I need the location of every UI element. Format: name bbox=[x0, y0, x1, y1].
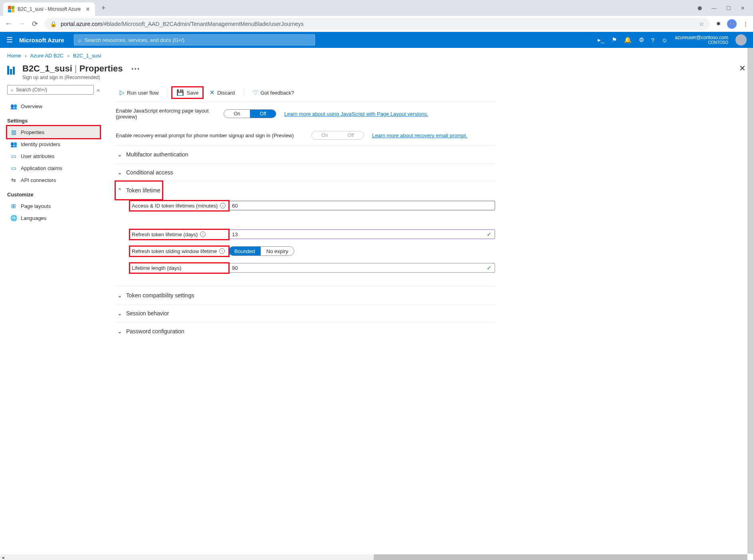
sidebar-item-identity-providers[interactable]: 👥 Identity providers bbox=[7, 138, 100, 150]
js-toggle-on[interactable]: On bbox=[224, 110, 250, 118]
refresh-token-input[interactable]: 13 ✓ bbox=[228, 230, 495, 239]
help-icon[interactable]: ? bbox=[651, 37, 654, 44]
close-window-icon[interactable]: ✕ bbox=[741, 5, 745, 11]
browser-tab[interactable]: B2C_1_susi - Microsoft Azure ✕ bbox=[3, 2, 95, 16]
avatar[interactable] bbox=[735, 34, 747, 46]
toolbar: ▷ Run user flow 💾 Save ✕ Discard ♡ Got f… bbox=[116, 85, 495, 102]
star-icon[interactable]: ☆ bbox=[699, 21, 704, 27]
field-sliding-window: Refresh token sliding window lifetime i … bbox=[130, 246, 495, 256]
chevron-down-icon: ⌄ bbox=[117, 292, 122, 299]
js-label: Enable JavaScript enforcing page layout … bbox=[116, 108, 216, 120]
recovery-toggle: On Off bbox=[311, 131, 364, 140]
collapse-sidebar-icon[interactable]: « bbox=[97, 87, 100, 93]
search-icon: ⌕ bbox=[11, 87, 14, 93]
discard-button[interactable]: ✕ Discard bbox=[206, 87, 239, 98]
info-icon[interactable]: i bbox=[200, 232, 206, 237]
js-toggle-off[interactable]: Off bbox=[250, 110, 276, 118]
page-subtitle: Sign up and sign in (Recommended) bbox=[22, 75, 739, 80]
more-menu[interactable]: ⋯ bbox=[131, 63, 141, 73]
refresh-token-label: Refresh token lifetime (days) i bbox=[130, 230, 228, 239]
minimize-icon[interactable]: — bbox=[711, 5, 717, 11]
section-conditional-header[interactable]: ⌄ Conditional access bbox=[116, 164, 495, 181]
info-icon[interactable]: i bbox=[220, 203, 226, 208]
info-icon[interactable]: i bbox=[219, 248, 225, 254]
search-input[interactable] bbox=[85, 37, 311, 43]
azure-favicon bbox=[8, 6, 14, 12]
breadcrumb-b2c[interactable]: Azure AD B2C bbox=[30, 53, 64, 59]
chevron-down-icon: ⌄ bbox=[117, 151, 122, 158]
lifetime-length-label: Lifetime length (days) bbox=[130, 263, 228, 273]
field-lifetime-length: Lifetime length (days) 90 ✓ bbox=[130, 263, 495, 273]
section-token-lifetime-header[interactable]: ⌃ Token lifetime bbox=[116, 182, 162, 199]
pill-no-expiry[interactable]: No expiry bbox=[261, 247, 294, 255]
azure-logo[interactable]: Microsoft Azure bbox=[19, 37, 74, 44]
card-icon: ▭ bbox=[10, 165, 17, 171]
recovery-toggle-on: On bbox=[312, 131, 338, 139]
directory-icon[interactable]: ⚑ bbox=[612, 36, 617, 44]
sidebar-item-application-claims[interactable]: ▭ Application claims bbox=[7, 162, 100, 174]
global-search[interactable]: ⌕ bbox=[74, 34, 315, 46]
profile-avatar[interactable]: 👓 bbox=[727, 19, 737, 29]
breadcrumb-current[interactable]: B2C_1_susi bbox=[73, 53, 101, 59]
window-controls: ⬣ — ☐ ✕ bbox=[698, 5, 753, 11]
settings-icon[interactable]: ⚙ bbox=[639, 36, 644, 44]
lock-icon: 🔒 bbox=[50, 21, 57, 27]
access-token-input[interactable]: 60 bbox=[228, 201, 495, 210]
pill-bounded[interactable]: Bounded bbox=[229, 247, 261, 255]
page-title: B2C_1_susi | Properties ⋯ bbox=[22, 63, 739, 74]
sidebar-search[interactable]: ⌕ Search (Ctrl+/) bbox=[7, 85, 94, 95]
recovery-toggle-off: Off bbox=[338, 131, 364, 139]
vertical-scrollbar[interactable] bbox=[747, 48, 753, 340]
save-icon: 💾 bbox=[176, 89, 184, 96]
run-user-flow-button[interactable]: ▷ Run user flow bbox=[116, 87, 162, 98]
feedback-icon[interactable]: ☺ bbox=[662, 37, 668, 44]
maximize-icon[interactable]: ☐ bbox=[726, 5, 731, 11]
lifetime-length-input[interactable]: 90 ✓ bbox=[228, 263, 495, 273]
section-session-header[interactable]: ⌄ Session behavior bbox=[116, 305, 495, 322]
heart-icon: ♡ bbox=[253, 89, 258, 96]
js-learn-link[interactable]: Learn more about using JavaScript with P… bbox=[284, 111, 428, 117]
tab-bar: B2C_1_susi - Microsoft Azure ✕ + ⬣ — ☐ ✕ bbox=[0, 0, 753, 16]
sidebar-item-page-layouts[interactable]: ⊞ Page layouts bbox=[7, 200, 100, 212]
js-toggle[interactable]: On Off bbox=[224, 109, 276, 118]
breadcrumb: Home › Azure AD B2C › B2C_1_susi bbox=[0, 48, 753, 62]
tab-close-icon[interactable]: ✕ bbox=[85, 6, 90, 12]
section-token-lifetime: ⌃ Token lifetime Access & ID token lifet… bbox=[116, 181, 495, 286]
extensions-icon[interactable]: ✱ bbox=[716, 21, 721, 27]
page-header: B2C_1_susi | Properties ⋯ Sign up and si… bbox=[0, 62, 753, 85]
check-icon: ✓ bbox=[487, 265, 491, 271]
sliding-window-toggle[interactable]: Bounded No expiry bbox=[228, 246, 294, 256]
sidebar-item-user-attributes[interactable]: ▭ User attributes bbox=[7, 150, 100, 162]
recovery-learn-link[interactable]: Learn more about recovery email prompt. bbox=[372, 133, 467, 139]
setting-recovery-email: Enable recovery email prompt for phone n… bbox=[116, 125, 495, 145]
section-password: ⌄ Password configuration bbox=[116, 322, 495, 340]
section-mfa-header[interactable]: ⌄ Multifactor authentication bbox=[116, 146, 495, 163]
back-button[interactable]: ← bbox=[5, 20, 12, 28]
reload-button[interactable]: ⟳ bbox=[32, 20, 38, 28]
account-menu[interactable]: azureuser@contoso.com CONTOSO bbox=[675, 35, 728, 45]
section-session: ⌄ Session behavior bbox=[116, 304, 495, 322]
close-blade-button[interactable]: ✕ bbox=[739, 63, 746, 73]
feedback-button[interactable]: ♡ Got feedback? bbox=[249, 87, 298, 98]
new-tab-button[interactable]: + bbox=[101, 4, 106, 12]
sidebar-item-properties[interactable]: ▥ Properties bbox=[7, 126, 100, 138]
forward-button[interactable]: → bbox=[18, 20, 26, 28]
setting-javascript: Enable JavaScript enforcing page layout … bbox=[116, 102, 495, 125]
address-bar: ← → ⟳ 🔒 portal.azure.com/#blade/Microsof… bbox=[0, 16, 753, 32]
section-token-compat-header[interactable]: ⌄ Token compatibility settings bbox=[116, 287, 495, 304]
sidebar-item-languages[interactable]: 🌐 Languages bbox=[7, 212, 100, 224]
save-button[interactable]: 💾 Save bbox=[172, 87, 202, 98]
sidebar: ⌕ Search (Ctrl+/) « 👥 Overview Settings … bbox=[0, 85, 104, 340]
overview-icon: 👥 bbox=[10, 103, 17, 109]
notifications-icon[interactable]: 🔔 bbox=[624, 36, 632, 44]
hamburger-menu[interactable]: ☰ bbox=[0, 36, 19, 44]
sidebar-item-overview[interactable]: 👥 Overview bbox=[7, 100, 100, 112]
chevron-up-icon: ⌃ bbox=[117, 187, 122, 194]
chrome-menu-icon[interactable]: ⋮ bbox=[743, 21, 748, 27]
cloud-shell-icon[interactable]: ▸_ bbox=[598, 36, 604, 44]
url-input[interactable]: 🔒 portal.azure.com/#blade/Microsoft_AAD_… bbox=[44, 18, 710, 30]
section-password-header[interactable]: ⌄ Password configuration bbox=[116, 323, 495, 340]
shield-icon[interactable]: ⬣ bbox=[698, 5, 702, 11]
sidebar-item-api-connectors[interactable]: ⇆ API connectors bbox=[7, 174, 100, 186]
breadcrumb-home[interactable]: Home bbox=[7, 53, 21, 59]
